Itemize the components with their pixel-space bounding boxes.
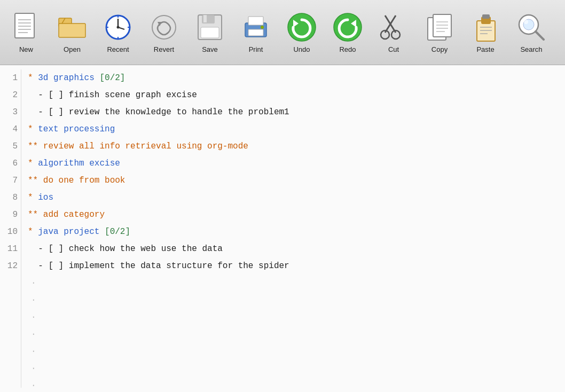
dot-indicator: · — [31, 309, 36, 326]
save-button[interactable]: Save — [188, 6, 232, 59]
search-button[interactable]: Search — [509, 6, 553, 59]
svg-point-25 — [261, 26, 264, 29]
code-line[interactable]: - [ ] implement the data structure for t… — [28, 257, 559, 275]
editor-area[interactable]: 123456789101112 * 3d graphics [0/2] - [ … — [0, 65, 565, 392]
recent-button[interactable]: Recent — [96, 6, 140, 59]
svg-rect-24 — [248, 29, 263, 36]
new-icon — [10, 11, 42, 43]
revert-label: Revert — [154, 45, 174, 53]
save-icon — [194, 11, 226, 43]
code-line[interactable]: * java project [0/2] — [28, 223, 559, 240]
line-number: 6 — [4, 155, 18, 172]
line-number: 10 — [4, 223, 18, 240]
line-number-empty — [4, 309, 18, 326]
empty-line: · — [28, 292, 559, 309]
recent-icon — [102, 11, 134, 43]
line-number-empty — [4, 343, 18, 360]
cut-button[interactable]: Cut — [372, 6, 415, 59]
line-number-empty — [4, 275, 18, 292]
svg-point-16 — [152, 15, 176, 39]
line-number-empty — [4, 360, 18, 377]
svg-rect-0 — [15, 13, 34, 38]
line-numbers: 123456789101112 — [0, 69, 21, 388]
dot-indicator: · — [31, 326, 36, 343]
open-icon — [56, 11, 88, 43]
paste-label: Paste — [476, 45, 494, 53]
redo-label: Redo — [339, 45, 356, 53]
code-text: * — [28, 223, 38, 240]
line-number: 11 — [4, 240, 18, 257]
code-text: 3d graphics — [38, 69, 99, 87]
paste-button[interactable]: Paste — [464, 6, 507, 59]
code-text: - [ ] check how the web use the data — [28, 240, 223, 257]
code-text: ** do one from book — [28, 172, 125, 189]
copy-label: Copy — [431, 45, 448, 53]
line-number-empty — [4, 292, 18, 309]
redo-button[interactable]: Redo — [326, 6, 370, 59]
search-icon-toolbar — [515, 11, 547, 43]
code-content[interactable]: * 3d graphics [0/2] - [ ] finish scene g… — [21, 69, 565, 388]
paste-icon — [469, 11, 501, 43]
svg-rect-35 — [433, 14, 451, 37]
code-line[interactable]: - [ ] check how the web use the data — [28, 240, 559, 257]
svg-point-49 — [524, 20, 528, 24]
undo-icon — [286, 11, 318, 43]
code-line[interactable]: * text processing — [28, 121, 559, 138]
code-text: * — [28, 69, 38, 87]
svg-rect-21 — [201, 27, 219, 38]
code-line[interactable]: ** do one from book — [28, 172, 559, 189]
empty-line: · — [28, 275, 559, 292]
line-number-empty — [4, 326, 18, 343]
code-line[interactable]: - [ ] review the knowledge to handle the… — [28, 104, 559, 121]
new-label: New — [19, 45, 33, 53]
print-button[interactable]: Print — [234, 6, 278, 59]
empty-line: · — [28, 343, 559, 360]
line-number: 12 — [4, 257, 18, 275]
dot-indicator: · — [31, 360, 36, 377]
code-line[interactable]: ** review all info retrieval using org-m… — [28, 138, 559, 155]
open-label: Open — [64, 45, 81, 53]
line-number: 9 — [4, 206, 18, 223]
svg-rect-42 — [482, 14, 490, 19]
code-line[interactable]: * ios — [28, 189, 559, 206]
search-label: Search — [520, 45, 542, 53]
dot-indicator: · — [31, 377, 36, 392]
toolbar: New Open Recent — [0, 0, 565, 65]
code-text: * — [28, 155, 38, 172]
empty-line: · — [28, 326, 559, 343]
open-button[interactable]: Open — [50, 6, 94, 59]
svg-rect-23 — [248, 17, 263, 25]
code-line[interactable]: - [ ] finish scene graph excise — [28, 87, 559, 104]
line-number-empty — [4, 377, 18, 392]
code-text: * — [28, 189, 38, 206]
revert-button[interactable]: Revert — [142, 6, 186, 59]
svg-line-47 — [536, 32, 544, 40]
code-line[interactable]: ** add category — [28, 206, 559, 223]
code-text: - [ ] finish scene graph excise — [28, 87, 197, 104]
code-text: algorithm excise — [38, 155, 120, 172]
undo-button[interactable]: Undo — [280, 6, 324, 59]
code-text: [0/2] — [99, 69, 125, 87]
line-number: 4 — [4, 121, 18, 138]
code-text: - [ ] review the knowledge to handle the… — [28, 104, 289, 121]
line-number: 2 — [4, 87, 18, 104]
svg-rect-20 — [203, 15, 207, 22]
line-number: 8 — [4, 189, 18, 206]
empty-line: · — [28, 309, 559, 326]
cut-label: Cut — [388, 45, 399, 53]
dot-indicator: · — [31, 292, 36, 309]
new-button[interactable]: New — [4, 6, 48, 59]
code-line[interactable]: * 3d graphics [0/2] — [28, 69, 559, 87]
code-text: text processing — [38, 121, 115, 138]
redo-icon — [332, 11, 364, 43]
code-line[interactable]: * algorithm excise — [28, 155, 559, 172]
code-text: - [ ] implement the data structure for t… — [28, 257, 289, 275]
print-label: Print — [249, 45, 263, 53]
dot-indicator: · — [31, 343, 36, 360]
code-text: ios — [38, 189, 53, 206]
copy-icon — [423, 11, 456, 43]
svg-rect-7 — [59, 23, 85, 37]
code-text: ** add category — [28, 206, 105, 223]
copy-button[interactable]: Copy — [418, 6, 461, 59]
line-number: 3 — [4, 104, 18, 121]
